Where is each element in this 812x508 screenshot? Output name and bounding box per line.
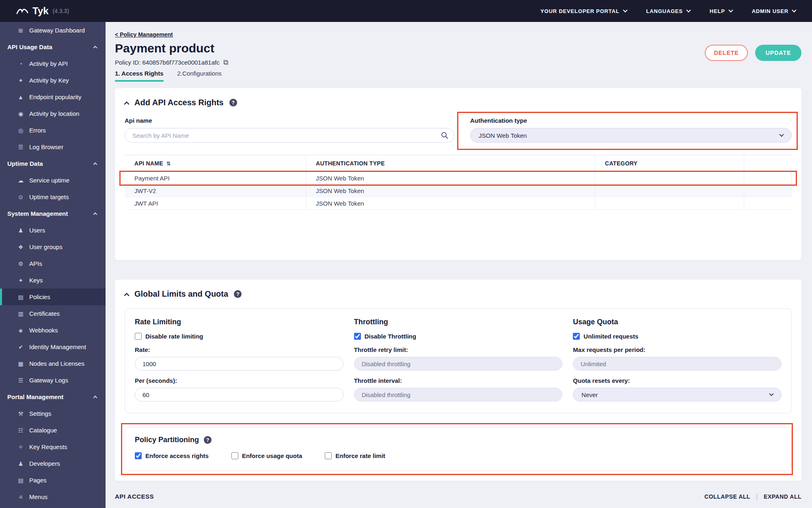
sidebar-item-webhooks[interactable]: ◈ Webhooks <box>0 322 106 339</box>
list-icon: ☰ <box>17 377 24 384</box>
sidebar-item-pages[interactable]: ▤ Pages <box>0 472 106 488</box>
sidebar-item-menus[interactable]: ≡ Menus <box>0 488 106 505</box>
update-button[interactable]: UPDATE <box>755 45 801 61</box>
tab-configurations[interactable]: 2.Configurations <box>177 70 222 82</box>
rate-input[interactable] <box>135 357 343 371</box>
menu-help[interactable]: HELP <box>710 8 732 14</box>
collapse-chevron-icon[interactable] <box>124 101 130 107</box>
page-title: Payment product <box>115 41 228 55</box>
chevron-down-icon <box>769 391 773 396</box>
enforce-usage-quota-label: Enforce usage quota <box>242 452 302 459</box>
table-row-payment-api[interactable]: Payment API JSON Web Token <box>125 172 792 185</box>
cell-empty <box>744 172 792 184</box>
sidebar-item-gateway-dashboard[interactable]: ⊞ Gateway Dashboard <box>0 22 106 39</box>
sidebar-item-catalogue[interactable]: ☷ Catalogue <box>0 422 106 439</box>
sidebar-item-gateway-logs[interactable]: ☰ Gateway Logs <box>0 372 106 389</box>
webhook-icon: ◈ <box>17 327 24 334</box>
sidebar-item-activity-by-api[interactable]: ◔ Activity by API <box>0 55 106 72</box>
unlimited-requests-checkbox[interactable] <box>573 333 580 340</box>
table-row-jwt-api[interactable]: JWT API JSON Web Token <box>125 197 792 210</box>
list-icon: ☰ <box>17 144 24 150</box>
sidebar-item-activity-by-location[interactable]: ◉ Activity by location <box>0 105 106 122</box>
auth-type-label: Authentication type <box>470 117 792 124</box>
api-name-label: Api name <box>125 117 454 124</box>
api-search-input[interactable] <box>125 128 454 143</box>
policy-id: Policy ID: 640857b6f773ce0001a81afc ⧉ <box>115 59 228 66</box>
version-label: (4.3.3) <box>53 8 69 14</box>
sidebar-item-developers[interactable]: ♟ Developers <box>0 455 106 472</box>
menu-label: HELP <box>710 8 725 14</box>
collapse-all-button[interactable]: COLLAPSE ALL <box>704 493 750 500</box>
enforce-usage-quota-checkbox[interactable] <box>231 452 238 459</box>
page-icon: ▤ <box>17 477 24 484</box>
sidebar-item-activity-by-key[interactable]: ✦ Activity by Key <box>0 72 106 89</box>
max-requests-label: Max requests per period: <box>573 346 782 353</box>
sidebar-item-log-browser[interactable]: ☰ Log Browser <box>0 139 106 155</box>
menu-label: LANGUAGES <box>646 8 683 14</box>
sidebar-item-key-requests[interactable]: ✧ Key Requests <box>0 439 106 455</box>
sidebar-item-users[interactable]: ♟ Users <box>0 222 106 239</box>
sidebar-item-keys[interactable]: ✦ Keys <box>0 272 106 289</box>
sidebar-section-api-usage-data[interactable]: API Usage Data <box>0 39 106 55</box>
sort-icon[interactable]: ⇅ <box>166 161 171 167</box>
help-icon[interactable]: ? <box>229 99 237 106</box>
collapse-chevron-icon[interactable] <box>124 293 130 298</box>
copy-icon[interactable]: ⧉ <box>223 59 228 66</box>
menu-admin-user[interactable]: ADMIN USER <box>752 8 796 14</box>
disable-throttling-checkbox[interactable] <box>354 333 361 340</box>
sidebar-item-nodes-and-licenses[interactable]: ▦ Nodes and Licenses <box>0 355 106 372</box>
column-header-category: CATEGORY <box>595 155 744 172</box>
sidebar-item-label: APIs <box>29 260 42 267</box>
sidebar-section-portal-management[interactable]: Portal Management <box>0 389 106 405</box>
sidebar-item-user-groups[interactable]: ❖ User groups <box>0 239 106 255</box>
expand-all-button[interactable]: EXPAND ALL <box>764 493 801 500</box>
table-row-jwt-v2[interactable]: JWT-V2 JSON Web Token <box>125 185 792 197</box>
cell-empty <box>744 197 792 209</box>
disable-rate-limiting-checkbox[interactable] <box>135 333 142 340</box>
sidebar-item-apis[interactable]: ⚙ APIs <box>0 255 106 272</box>
api-access-section-header[interactable]: API ACCESS <box>115 493 154 500</box>
sidebar-item-settings[interactable]: ⚒ Settings <box>0 405 106 422</box>
sidebar-item-label: Users <box>29 227 45 234</box>
sidebar-item-uptime-targets[interactable]: ⊙ Uptime targets <box>0 189 106 205</box>
sidebar-section-system-management[interactable]: System Management <box>0 205 106 222</box>
quota-resets-value: Never <box>581 391 598 398</box>
rate-limiting-column: Rate Limiting Disable rate limiting Rate… <box>135 318 343 402</box>
throttling-title: Throttling <box>354 318 563 326</box>
sidebar-item-endpoint-popularity[interactable]: ▲ Endpoint popularity <box>0 89 106 105</box>
tab-access-rights[interactable]: 1. Access Rights <box>115 70 164 82</box>
cloud-icon: ☁ <box>17 177 24 184</box>
sidebar-item-certificates[interactable]: ▥ Certificates <box>0 305 106 322</box>
sidebar-item-identity-management[interactable]: ✔ Identity Management <box>0 339 106 355</box>
sidebar-section-label: System Management <box>7 210 68 217</box>
usage-quota-title: Usage Quota <box>573 318 782 326</box>
auth-type-field-group: Authentication type JSON Web Token <box>470 117 792 143</box>
policy-partitioning-wrap: Policy Partitioning ? Enforce access rig… <box>125 427 792 471</box>
sidebar-item-service-uptime[interactable]: ☁ Service uptime <box>0 172 106 189</box>
delete-button[interactable]: DELETE <box>705 45 748 61</box>
tyk-logo[interactable]: Tyk (4.3.3) <box>16 5 69 17</box>
sidebar-item-policies[interactable]: ▤ Policies <box>0 289 106 305</box>
errors-icon: ◎ <box>17 127 24 134</box>
chevron-down-icon <box>779 132 784 137</box>
menu-languages[interactable]: LANGUAGES <box>646 8 690 14</box>
quota-resets-select[interactable]: Never <box>573 388 782 402</box>
help-icon[interactable]: ? <box>234 290 242 298</box>
cell-category <box>595 197 744 209</box>
auth-type-select[interactable]: JSON Web Token <box>470 128 792 143</box>
column-header-api-name[interactable]: API NAME ⇅ <box>125 155 306 172</box>
breadcrumb[interactable]: < Policy Management <box>115 31 173 38</box>
help-icon[interactable]: ? <box>204 436 212 444</box>
sidebar-item-label: Activity by Key <box>29 77 69 84</box>
sidebar-item-label: Settings <box>29 410 51 417</box>
column-label: API NAME <box>134 160 163 167</box>
cell-api-name: JWT-V2 <box>125 185 306 197</box>
menu-label: ADMIN USER <box>752 8 788 14</box>
per-seconds-input[interactable] <box>135 388 343 402</box>
sidebar-item-errors[interactable]: ◎ Errors <box>0 122 106 139</box>
sidebar-section-uptime-data[interactable]: Uptime Data <box>0 155 106 172</box>
menu-developer-portal[interactable]: YOUR DEVELOPER PORTAL <box>540 8 626 14</box>
page-header: Payment product Policy ID: 640857b6f773c… <box>115 41 801 66</box>
enforce-access-rights-checkbox[interactable] <box>135 452 142 459</box>
enforce-rate-limit-checkbox[interactable] <box>325 452 332 459</box>
